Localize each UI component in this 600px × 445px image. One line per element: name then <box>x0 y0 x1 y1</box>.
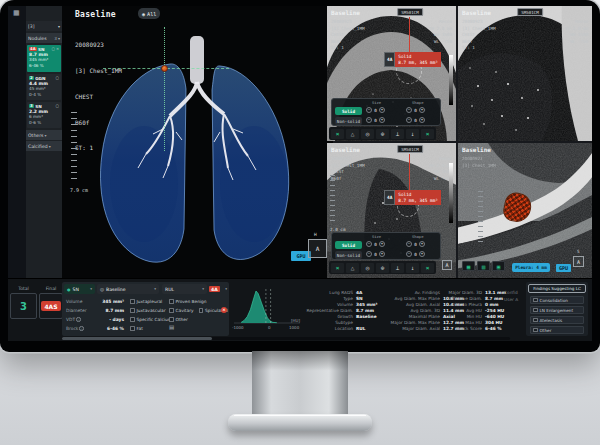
orientation-marker[interactable]: A <box>573 256 584 267</box>
location-select[interactable]: RUL ▾ <box>162 284 207 294</box>
layout-grid-icon[interactable]: ▦ <box>13 9 20 17</box>
shape-minus-button[interactable]: − <box>406 117 412 123</box>
grayscale-bar[interactable] <box>449 55 453 105</box>
size-minus-button[interactable]: − <box>366 117 372 123</box>
cluster-tool-icon[interactable]: ⊕ <box>376 129 389 139</box>
non-solid-button[interactable]: Non-solid <box>335 251 362 259</box>
checkbox-other[interactable]: Other <box>169 315 228 324</box>
lungrads-select[interactable]: 4A ▾ <box>209 284 227 294</box>
cluster-tool-icon[interactable]: ⊕ <box>376 263 389 273</box>
probe-tool-icon[interactable]: ⊥ <box>391 263 404 273</box>
view-toggle-a-button[interactable]: ▦ <box>462 261 475 271</box>
checkbox[interactable] <box>199 308 204 313</box>
non-solid-button[interactable]: Non-solid <box>335 117 362 125</box>
series-tag[interactable]: SM501CM <box>397 8 423 16</box>
total-count: 3 <box>20 301 27 312</box>
size-plus-button[interactable]: + <box>379 117 385 123</box>
calcified-section-header[interactable]: Calcified ▾ <box>26 141 62 151</box>
note-doc-icon[interactable]: ▤ <box>169 324 174 330</box>
chevron-down-icon: ▾ <box>49 144 51 149</box>
nodule-card-2[interactable]: 2 GGN ▢ 4.4 mm 45 mm³ 0-4 % <box>27 74 61 100</box>
shape-minus-button[interactable]: − <box>406 241 412 247</box>
checkbox-ln-enlargement[interactable]: LN Enlargement <box>530 306 584 314</box>
cancel-icon[interactable]: × <box>421 263 434 273</box>
checkbox-specific-calcium[interactable]: Specific Calcium <box>130 315 172 324</box>
orientation-cube[interactable]: A <box>308 239 327 258</box>
shape-plus-button[interactable]: + <box>419 117 425 123</box>
shape-plus-button[interactable]: + <box>419 251 425 257</box>
view-toggle-b-button[interactable]: ▥ <box>477 261 490 271</box>
view-toggle-c-button[interactable]: ▣ <box>492 261 505 271</box>
polygon-tool-icon[interactable]: △ <box>346 129 359 139</box>
nodule-type: SN <box>35 104 42 109</box>
cancel-icon[interactable]: × <box>421 129 434 139</box>
scrollbar-thumb[interactable] <box>62 337 212 340</box>
remove-feature-icon[interactable]: × <box>221 307 227 313</box>
solid-button[interactable]: Solid <box>335 107 362 115</box>
size-plus-button[interactable]: + <box>379 241 385 247</box>
polygon-tool-icon[interactable]: △ <box>346 263 359 273</box>
size-plus-button[interactable]: + <box>379 251 385 257</box>
nodule-annotation[interactable]: 4A Solid 8.7 mm, 345 mm³ <box>384 190 441 205</box>
size-minus-button[interactable]: − <box>366 251 372 257</box>
checkbox-juxtapleural[interactable]: Juxtapleural <box>130 297 172 306</box>
solid-button[interactable]: Solid <box>335 241 362 249</box>
checkbox-juxtavascular[interactable]: Juxtavascular <box>130 306 172 315</box>
copy-icon[interactable]: ▢ <box>56 76 59 80</box>
findings-panel-title[interactable]: Findings Suggesting LC <box>528 284 586 293</box>
size-plus-button[interactable]: + <box>379 107 385 113</box>
series-tag[interactable]: SM501CM <box>397 145 423 153</box>
size-minus-button[interactable]: − <box>366 107 372 113</box>
nodule-card-3[interactable]: 3 SN ▢ 2.2 mm 6 mm³ 0-6 % <box>27 102 61 128</box>
calcified-header-label: Calcified <box>28 144 48 149</box>
checkbox-proven-benign[interactable]: Proven Benign <box>169 297 228 306</box>
info-icon[interactable]: i <box>79 326 84 331</box>
checkbox[interactable] <box>169 308 174 313</box>
ct-coronal-viewport[interactable]: Baseline SM501CM 20080923[3] Chest_1MM C… <box>327 143 456 278</box>
shape-minus-button[interactable]: − <box>406 107 412 113</box>
checkbox-consolidation[interactable]: Consolidation <box>530 296 584 304</box>
grayscale-bar[interactable] <box>449 163 453 223</box>
truncated-column-label: Confid <box>504 290 518 295</box>
volume-render-viewport[interactable]: Baseline ◉ All 20080923 [3] Chest_1MM CH… <box>62 6 333 278</box>
nodules-section-header[interactable]: Nodules 3 ▾ <box>26 33 62 43</box>
horizontal-scrollbar[interactable] <box>62 337 510 340</box>
confirm-icon[interactable]: × <box>331 263 344 273</box>
size-value: 0 <box>374 242 378 247</box>
copy-icon[interactable]: ▢ <box>52 47 55 51</box>
probe-tool-icon[interactable]: ⊥ <box>391 129 404 139</box>
size-minus-button[interactable]: − <box>366 241 372 247</box>
timepoint-select[interactable]: ◎ Baseline ▾ <box>97 284 159 294</box>
others-section-header[interactable]: Others ▾ <box>26 130 62 140</box>
export-icon[interactable]: ↓ <box>406 263 419 273</box>
nodule-card-1[interactable]: 4A SN ▢ × 8.7 mm 345 mm³ 6-46 % <box>27 45 61 72</box>
ct-sagittal-viewport[interactable]: Baseline 20080923[3] Chest_1MM ▦ ▥ ▣ Ple… <box>458 143 592 278</box>
nodule-type-select[interactable]: ● SN ▾ <box>64 284 95 294</box>
nodule-marker-3d[interactable] <box>161 65 168 72</box>
show-all-nodules-button[interactable]: ◉ All <box>138 8 160 19</box>
nodule-annotation[interactable]: 4A Solid 8.7 mm, 345 mm³ <box>384 52 441 67</box>
circle-tool-icon[interactable]: ◎ <box>361 263 374 273</box>
info-icon[interactable]: i <box>76 317 81 322</box>
type-value: SN <box>73 287 79 292</box>
export-icon[interactable]: ↓ <box>406 129 419 139</box>
shape-minus-button[interactable]: − <box>406 251 412 257</box>
shape-plus-button[interactable]: + <box>419 107 425 113</box>
study-info-overlay: 20080923[3] Chest_1MM CHESTB60f <box>331 156 365 182</box>
segmentation-panel: Size Shape Solid Non-solid − 0 + − 0 + <box>331 232 441 260</box>
pleura-distance-button[interactable]: Pleura: 4 mm <box>512 263 550 272</box>
ct-axial-viewport[interactable]: Baseline SM501CM 20080923[3] Chest_1MM C… <box>327 6 456 141</box>
sidebar-filter-dropdown[interactable]: [3] ▾ <box>26 21 62 31</box>
shape-plus-button[interactable]: + <box>419 241 425 247</box>
circle-tool-icon[interactable]: ◎ <box>361 129 374 139</box>
delete-icon[interactable]: × <box>56 47 59 51</box>
orientation-marker[interactable]: A <box>442 260 452 270</box>
checkbox-other-finding[interactable]: Other <box>530 326 584 334</box>
confirm-icon[interactable]: × <box>331 129 344 139</box>
series-tag[interactable]: SM501CM <box>517 8 543 16</box>
ct-zoom-viewport[interactable]: Baseline SM501CM 20080923[3] Chest_1MM C… <box>458 6 592 141</box>
final-lungrads-badge: 4AS <box>41 301 60 311</box>
copy-icon[interactable]: ▢ <box>56 104 59 108</box>
checkbox-fat[interactable]: Fat <box>130 324 172 333</box>
checkbox-atelectasis[interactable]: Atelectasis <box>530 316 584 324</box>
